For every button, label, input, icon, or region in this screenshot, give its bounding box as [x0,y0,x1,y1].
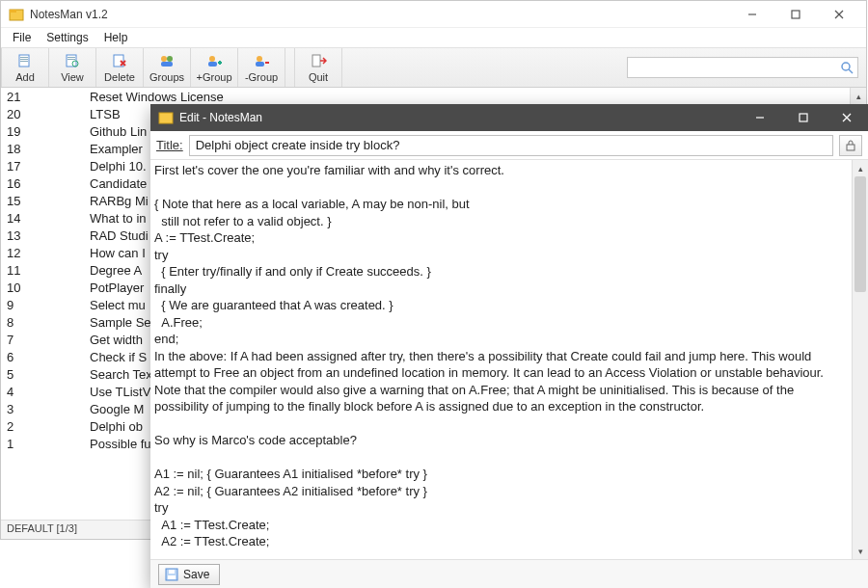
list-item-number: 8 [7,315,90,330]
quit-label: Quit [309,71,328,83]
save-label: Save [183,568,209,581]
note-add-icon [16,52,34,69]
add-button[interactable]: Add [1,48,49,87]
svg-rect-25 [256,62,264,67]
note-delete-icon [111,52,128,69]
svg-rect-27 [312,55,320,67]
edit-minimize-button[interactable] [738,104,781,131]
edit-header: Title: [150,131,868,160]
svg-rect-1 [10,10,16,13]
menubar: File Settings Help [1,28,866,47]
lock-button[interactable] [839,135,862,156]
edit-title: Edit - NotesMan [179,111,262,124]
list-item-number: 14 [7,211,90,226]
view-label: View [61,71,84,83]
quit-icon [310,52,327,69]
svg-point-18 [167,56,173,62]
minus-group-label: -Group [245,71,278,83]
svg-rect-21 [208,62,217,67]
quit-button[interactable]: Quit [294,48,342,87]
list-item-number: 10 [7,281,90,295]
scroll-thumb[interactable] [854,176,866,292]
list-item-number: 13 [7,228,90,243]
svg-rect-7 [20,57,28,58]
svg-rect-3 [792,11,800,18]
minus-group-button[interactable]: -Group [237,48,285,87]
edit-body: First let's cover the one you're familia… [150,160,868,559]
list-item-number: 5 [7,367,90,382]
groups-button[interactable]: Groups [143,48,191,87]
svg-rect-35 [847,145,854,150]
view-button[interactable]: View [48,48,96,87]
list-item-number: 6 [7,350,90,364]
list-item-number: 9 [7,298,90,312]
scroll-up-icon[interactable]: ▴ [853,160,868,176]
list-item-number: 4 [7,385,90,399]
edit-scrollbar[interactable]: ▴ ▾ [852,160,868,559]
list-item-number: 17 [7,159,90,174]
list-item-number: 1 [7,437,90,451]
group-remove-icon [253,52,270,69]
edit-maximize-button[interactable] [781,104,825,131]
edit-titlebar[interactable]: Edit - NotesMan [150,104,868,131]
svg-rect-12 [68,59,75,60]
save-icon [165,568,178,581]
list-item-number: 15 [7,194,90,208]
app-title: NotesMan v1.2 [30,8,108,21]
note-title-input[interactable] [189,135,833,156]
svg-rect-9 [20,61,28,62]
svg-point-28 [842,63,850,70]
edit-app-icon [158,110,174,125]
status-text: DEFAULT [1/3] [7,522,77,534]
list-item[interactable]: 21Reset Windows License [1,88,866,105]
list-item-number: 21 [7,90,90,104]
edit-footer: Save [150,559,868,588]
group-add-icon [205,52,223,69]
search-input[interactable] [627,57,858,78]
title-label: Title: [156,138,183,152]
list-item-number: 12 [7,246,90,260]
svg-line-29 [849,69,853,73]
svg-rect-38 [169,570,175,574]
save-button[interactable]: Save [158,564,220,585]
menu-file[interactable]: File [5,29,39,46]
svg-rect-32 [800,114,807,121]
groups-icon [158,52,176,69]
list-item-name: Reset Windows License [90,90,866,104]
edit-window: Edit - NotesMan Title: First let's cover… [150,104,868,588]
lock-icon [845,140,856,151]
list-item-number: 18 [7,142,90,156]
svg-rect-8 [20,59,28,60]
scroll-up-button[interactable]: ▴ [850,88,866,104]
close-button[interactable] [817,1,860,28]
svg-point-17 [161,56,167,62]
list-item-number: 20 [7,107,90,121]
list-item-number: 2 [7,419,90,434]
menu-settings[interactable]: Settings [39,29,95,46]
delete-button[interactable]: Delete [95,48,144,87]
titlebar[interactable]: NotesMan v1.2 [1,1,866,28]
add-label: Add [15,71,35,83]
list-item-number: 7 [7,333,90,347]
menu-help[interactable]: Help [96,29,136,46]
plus-group-button[interactable]: +Group [190,48,238,87]
scroll-down-icon[interactable]: ▾ [853,543,868,559]
app-icon [9,7,24,22]
list-item-number: 3 [7,402,90,416]
svg-rect-11 [68,57,75,58]
svg-rect-19 [161,62,173,67]
svg-point-24 [257,56,262,62]
minimize-button[interactable] [730,1,773,28]
groups-label: Groups [149,71,184,83]
delete-label: Delete [104,71,135,83]
svg-rect-30 [159,113,173,123]
list-item-number: 19 [7,124,90,139]
svg-point-20 [209,56,215,62]
plus-group-label: +Group [197,71,232,83]
maximize-button[interactable] [773,1,817,28]
toolbar: Add View Delete Groups +Group -Group Qui… [1,47,866,88]
note-view-icon [64,52,81,69]
note-body-textarea[interactable]: First let's cover the one you're familia… [154,162,851,557]
svg-rect-37 [168,575,176,579]
edit-close-button[interactable] [825,104,868,131]
